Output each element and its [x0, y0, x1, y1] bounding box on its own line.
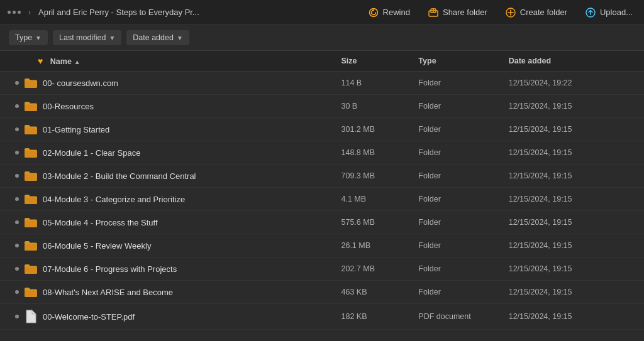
upload-button[interactable]: Upload... [581, 4, 636, 21]
type-filter-button[interactable]: Type ▼ [9, 30, 48, 45]
row-dot [15, 174, 19, 178]
item-name: 01-Getting Started [43, 125, 109, 134]
row-dot [15, 127, 19, 131]
folder-icon [24, 193, 38, 205]
row-dot [15, 197, 19, 201]
folder-icon [24, 240, 38, 251]
folder-icon [24, 124, 38, 135]
cell-size: 30 B [335, 95, 412, 118]
cell-type: Folder [412, 72, 502, 95]
cell-size: 4.1 MB [335, 188, 412, 211]
upload-icon [585, 7, 596, 18]
cell-type: Folder [412, 118, 502, 141]
create-folder-label: Create folder [520, 8, 567, 17]
cell-date: 12/15/2024, 19:15 [502, 95, 644, 118]
cell-type: Folder [412, 95, 502, 118]
cell-date: 12/15/2024, 19:15 [502, 141, 644, 165]
date-added-label: Date added [133, 33, 174, 42]
table-row[interactable]: 00-Resources30 BFolder12/15/2024, 19:15 [0, 95, 644, 118]
cell-date: 12/15/2024, 19:15 [502, 188, 644, 211]
col-header-date: Date added [502, 51, 644, 72]
col-header-type: Type [412, 51, 502, 72]
folder-icon [24, 286, 38, 298]
item-name: 00- coursesdwn.com [43, 78, 118, 88]
cell-date: 12/15/2024, 19:22 [502, 72, 644, 95]
item-name: 04-Module 3 - Categorize and Prioritize [43, 195, 185, 204]
cell-size: 463 KB [335, 281, 412, 304]
folder-icon [24, 100, 38, 112]
last-modified-filter-button[interactable]: Last modified ▼ [53, 30, 121, 45]
item-name: 00-Resources [43, 102, 94, 111]
folder-icon [24, 263, 38, 274]
share-folder-button[interactable]: Share folder [424, 4, 491, 21]
cell-type: Folder [412, 281, 502, 304]
rewind-icon [368, 7, 379, 18]
share-label: Share folder [443, 8, 487, 17]
file-table-wrapper: ♥ Name ▲ Size Type Date added 00- course… [0, 51, 644, 340]
row-dot [15, 151, 19, 154]
cell-type: Folder [412, 211, 502, 234]
create-folder-icon [505, 7, 516, 18]
col-header-size: Size [335, 51, 412, 72]
file-table: ♥ Name ▲ Size Type Date added 00- course… [0, 51, 644, 330]
cell-size: 202.7 MB [335, 257, 412, 281]
cell-date: 12/15/2024, 19:15 [502, 165, 644, 188]
upload-label: Upload... [600, 8, 633, 17]
cell-size: 114 B [335, 72, 412, 95]
table-row[interactable]: 08-What's Next ARISE and Become463 KBFol… [0, 281, 644, 304]
row-dot [15, 220, 19, 224]
cell-date: 12/15/2024, 19:15 [502, 257, 644, 281]
rewind-label: Rewind [383, 8, 410, 17]
table-row[interactable]: 01-Getting Started301.2 MBFolder12/15/20… [0, 118, 644, 141]
create-folder-button[interactable]: Create folder [501, 4, 571, 21]
file-icon [24, 310, 38, 323]
date-added-filter-button[interactable]: Date added ▼ [126, 30, 189, 45]
toolbar: › April and Eric Perry - Steps to Everyd… [0, 0, 644, 25]
cell-type: PDF document [412, 304, 502, 330]
folder-icon [24, 147, 38, 158]
dot-3 [18, 11, 21, 14]
heart-icon: ♥ [38, 56, 43, 66]
cell-type: Folder [412, 257, 502, 281]
cell-date: 12/15/2024, 19:15 [502, 304, 644, 330]
last-modified-chevron: ▼ [109, 35, 115, 41]
table-row[interactable]: 07-Module 6 - Progress with Projects202.… [0, 257, 644, 281]
row-dot [15, 290, 19, 294]
table-row[interactable]: 04-Module 3 - Categorize and Prioritize4… [0, 188, 644, 211]
type-filter-chevron: ▼ [35, 35, 42, 41]
breadcrumb-path: April and Eric Perry - Steps to Everyday… [38, 8, 359, 17]
last-modified-label: Last modified [59, 33, 106, 42]
cell-size: 575.6 MB [335, 211, 412, 234]
item-name: 00-Welcome-to-STEP.pdf [43, 312, 135, 322]
toolbar-actions: Rewind Share folder Create [364, 4, 636, 21]
date-added-chevron: ▼ [177, 35, 183, 41]
window-controls [8, 11, 21, 14]
table-row[interactable]: 06-Module 5 - Review Weekly26.1 MBFolder… [0, 234, 644, 257]
cell-size: 148.8 MB [335, 141, 412, 165]
item-name: 03-Module 2 - Build the Command Central [43, 171, 196, 181]
table-row[interactable]: 00-Welcome-to-STEP.pdf182 KBPDF document… [0, 304, 644, 330]
table-row[interactable]: 03-Module 2 - Build the Command Central7… [0, 165, 644, 188]
folder-icon [24, 77, 38, 89]
table-row[interactable]: 02-Module 1 - Clear Space148.8 MBFolder1… [0, 141, 644, 165]
item-name: 05-Module 4 - Process the Stuff [43, 218, 158, 227]
dot-2 [13, 11, 16, 14]
row-dot [15, 244, 19, 247]
folder-icon [24, 217, 38, 228]
item-name: 07-Module 6 - Progress with Projects [43, 264, 177, 274]
cell-type: Folder [412, 234, 502, 257]
folder-icon [24, 170, 38, 181]
cell-type: Folder [412, 188, 502, 211]
table-header-row: ♥ Name ▲ Size Type Date added [0, 51, 644, 72]
table-row[interactable]: 05-Module 4 - Process the Stuff575.6 MBF… [0, 211, 644, 234]
table-row[interactable]: 00- coursesdwn.com114 BFolder12/15/2024,… [0, 72, 644, 95]
row-dot [15, 81, 19, 85]
cell-size: 301.2 MB [335, 118, 412, 141]
rewind-button[interactable]: Rewind [364, 4, 414, 21]
dot-1 [8, 11, 11, 14]
row-dot [15, 315, 19, 318]
cell-date: 12/15/2024, 19:15 [502, 211, 644, 234]
item-name: 06-Module 5 - Review Weekly [43, 241, 151, 251]
cell-date: 12/15/2024, 19:15 [502, 234, 644, 257]
cell-type: Folder [412, 165, 502, 188]
